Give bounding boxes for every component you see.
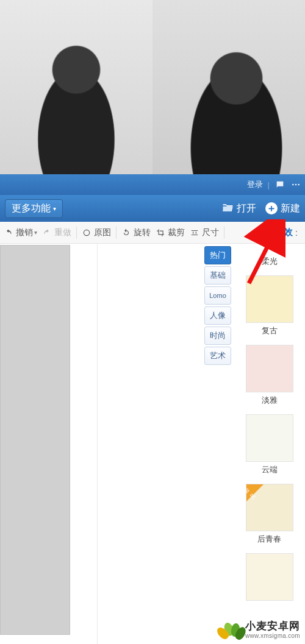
- effect-item-0[interactable]: 柔光: [246, 256, 293, 323]
- separator: [224, 227, 224, 239]
- new-label: 新建: [281, 202, 300, 215]
- svg-point-0: [292, 184, 294, 186]
- watermark-name: 小麦安卓网: [245, 621, 300, 632]
- size-label: 尺寸: [202, 227, 219, 238]
- folder-open-icon: [221, 202, 234, 215]
- chevron-down-icon: ▾: [34, 229, 37, 236]
- more-features-button[interactable]: 更多功能 ▾: [5, 199, 63, 218]
- crop-label: 裁剪: [168, 227, 185, 238]
- undo-label: 撤销: [16, 227, 33, 238]
- redo-icon: [42, 228, 52, 238]
- effects-title: 特效: [274, 227, 293, 238]
- undo-button[interactable]: 撤销 ▾: [4, 227, 37, 238]
- main-toolbar: 更多功能 ▾ 打开 ＋ 新建: [0, 195, 305, 222]
- separator: [76, 227, 77, 239]
- category-tab-2[interactable]: Lomo: [204, 286, 231, 305]
- watermark-url: www.xmsigma.com: [245, 632, 300, 639]
- canvas-column: [0, 244, 98, 644]
- canvas[interactable]: [0, 245, 70, 635]
- crop-icon: [156, 228, 165, 238]
- new-button[interactable]: ＋ 新建: [265, 202, 300, 215]
- effects-panel: 热门基础Lomo人像时尚艺术 柔光复古淡雅云端会员后青春: [204, 244, 305, 644]
- plus-circle-icon: ＋: [265, 202, 278, 215]
- rotate-label: 旋转: [134, 227, 151, 238]
- colon: :: [293, 228, 298, 238]
- effect-swatch: [246, 345, 293, 392]
- rotate-button[interactable]: 旋转: [121, 227, 151, 238]
- rotate-icon: [121, 228, 131, 238]
- effect-item-1[interactable]: 复古: [246, 325, 293, 392]
- effect-item-2[interactable]: 淡雅: [246, 395, 293, 462]
- effect-swatch: [246, 414, 293, 462]
- size-button[interactable]: 尺寸: [190, 227, 219, 238]
- redo-button[interactable]: 重做: [42, 227, 71, 238]
- separator: [116, 227, 117, 239]
- category-tab-5[interactable]: 艺术: [204, 347, 231, 365]
- empty-area: [98, 244, 204, 644]
- effect-item-4[interactable]: 后青春: [246, 534, 293, 601]
- open-label: 打开: [237, 202, 256, 215]
- photo-left: [0, 0, 152, 174]
- circle-icon: [82, 228, 92, 238]
- more-features-label: 更多功能: [12, 202, 51, 215]
- redo-label: 重做: [54, 227, 71, 238]
- effect-label: 后青春: [257, 534, 281, 545]
- effect-swatch: [246, 553, 293, 601]
- undo-icon: [4, 228, 13, 238]
- vip-badge-icon: 会员: [246, 484, 264, 501]
- effect-item-3[interactable]: 云端会员: [246, 464, 293, 531]
- title-bar: 登录 |: [0, 174, 305, 195]
- category-tab-1[interactable]: 基础: [204, 266, 231, 285]
- svg-point-3: [84, 230, 89, 235]
- crop-button[interactable]: 裁剪: [156, 227, 185, 238]
- effect-label: 淡雅: [262, 395, 278, 406]
- open-button[interactable]: 打开: [221, 202, 256, 215]
- effect-list: 柔光复古淡雅云端会员后青春: [234, 244, 305, 644]
- size-icon: [190, 228, 199, 238]
- category-tab-4[interactable]: 时尚: [204, 327, 231, 345]
- original-label: 原图: [94, 227, 111, 238]
- effect-swatch: 会员: [246, 484, 293, 531]
- category-tab-0[interactable]: 热门: [204, 246, 231, 264]
- photo-right: [152, 0, 305, 174]
- workspace: 热门基础Lomo人像时尚艺术 柔光复古淡雅云端会员后青春: [0, 244, 305, 644]
- effect-swatch: [246, 275, 293, 323]
- watermark: 小麦安卓网 www.xmsigma.com: [221, 620, 300, 640]
- original-button[interactable]: 原图: [82, 227, 111, 238]
- effect-categories: 热门基础Lomo人像时尚艺术: [204, 244, 234, 644]
- divider: |: [268, 180, 270, 189]
- watermark-logo-icon: [221, 620, 242, 640]
- effect-label: 复古: [262, 325, 278, 336]
- svg-point-2: [298, 184, 300, 186]
- sub-toolbar: 撤销 ▾ 重做 原图 旋转 裁剪 尺寸 特效 :: [0, 222, 305, 244]
- chevron-down-icon: ▾: [53, 205, 56, 212]
- photo-strip: [0, 0, 305, 174]
- effect-label: 柔光: [262, 256, 278, 267]
- login-link[interactable]: 登录: [247, 179, 263, 190]
- chat-icon[interactable]: [274, 179, 285, 190]
- menu-icon[interactable]: [290, 179, 301, 190]
- effect-label: 云端: [262, 464, 278, 475]
- category-tab-3[interactable]: 人像: [204, 306, 231, 325]
- svg-point-1: [295, 184, 297, 186]
